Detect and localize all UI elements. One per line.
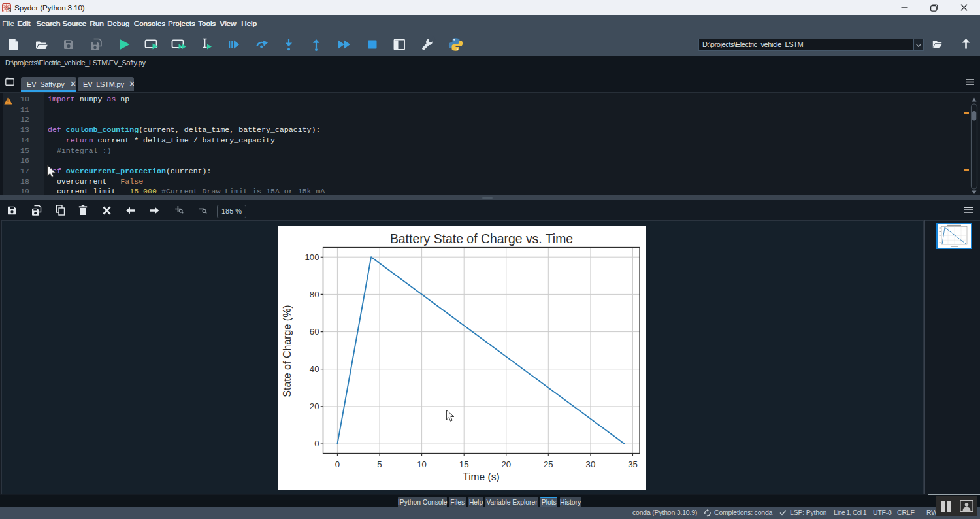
svg-text:20: 20 xyxy=(501,460,511,469)
svg-text:State of Charge (%): State of Charge (%) xyxy=(282,305,293,397)
svg-text:0: 0 xyxy=(314,439,319,448)
svg-text:40: 40 xyxy=(310,364,319,374)
svg-text:0: 0 xyxy=(335,460,340,469)
svg-text:Battery State of Charge vs. Ti: Battery State of Charge vs. Time xyxy=(390,231,573,246)
svg-text:30: 30 xyxy=(586,460,596,469)
svg-text:25: 25 xyxy=(544,460,553,469)
svg-text:60: 60 xyxy=(310,327,319,337)
svg-text:80: 80 xyxy=(310,290,319,299)
svg-text:10: 10 xyxy=(417,460,427,469)
svg-text:100: 100 xyxy=(304,252,319,262)
svg-text:35: 35 xyxy=(628,460,638,469)
svg-text:5: 5 xyxy=(377,460,382,469)
svg-text:20: 20 xyxy=(310,401,319,411)
svg-text:15: 15 xyxy=(459,460,469,469)
svg-text:S: S xyxy=(7,6,11,12)
svg-text:Time (s): Time (s) xyxy=(463,471,500,482)
